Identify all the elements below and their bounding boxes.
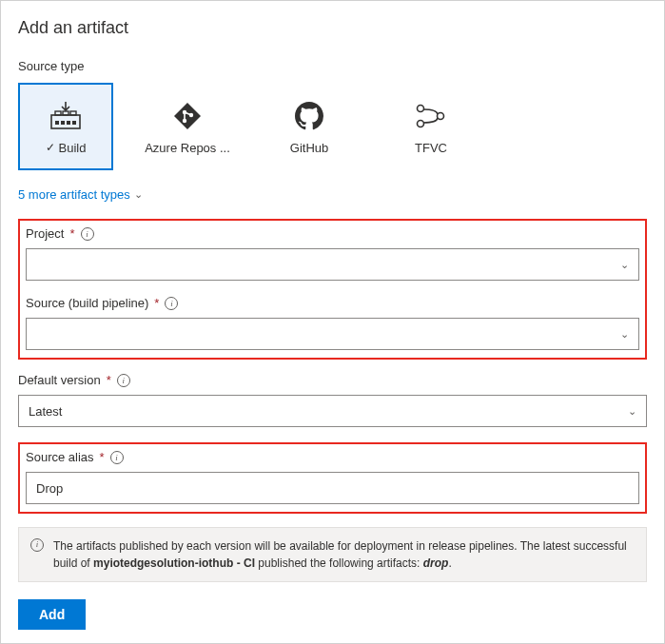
- project-dropdown[interactable]: ⌄: [26, 248, 639, 281]
- source-type-tfvc[interactable]: TFVC: [383, 83, 479, 170]
- source-type-build[interactable]: ✓ Build: [18, 83, 113, 170]
- more-artifact-types-link[interactable]: 5 more artifact types ⌄: [18, 187, 143, 202]
- source-pipeline-dropdown[interactable]: ⌄: [26, 318, 639, 350]
- source-type-azure-repos-label: Azure Repos ...: [145, 141, 230, 155]
- default-version-label: Default version: [18, 373, 101, 387]
- info-banner: i The artifacts published by each versio…: [18, 527, 647, 582]
- svg-rect-1: [55, 111, 61, 115]
- source-alias-field: Source alias * i Drop: [26, 450, 639, 504]
- info-icon: i: [30, 538, 44, 552]
- required-indicator: *: [154, 296, 159, 310]
- highlight-source-alias: Source alias * i Drop: [18, 442, 647, 514]
- info-icon[interactable]: i: [81, 227, 94, 241]
- source-type-tfvc-label: TFVC: [415, 141, 447, 155]
- source-type-github[interactable]: GitHub: [262, 83, 357, 170]
- tfvc-icon: [416, 99, 446, 133]
- source-alias-input[interactable]: Drop: [26, 472, 639, 504]
- info-icon[interactable]: i: [117, 374, 130, 387]
- add-button[interactable]: Add: [18, 599, 86, 630]
- source-pipeline-label: Source (build pipeline): [26, 296, 148, 310]
- required-indicator: *: [69, 226, 74, 241]
- svg-rect-6: [67, 121, 70, 125]
- project-label: Project: [26, 226, 64, 241]
- svg-point-14: [418, 120, 424, 127]
- required-indicator: *: [107, 373, 111, 387]
- chevron-down-icon: ⌄: [628, 405, 636, 418]
- github-icon: [295, 99, 323, 133]
- source-type-build-label: ✓ Build: [46, 141, 87, 155]
- git-icon: [173, 99, 202, 133]
- svg-rect-5: [61, 121, 65, 125]
- source-pipeline-field: Source (build pipeline) * i ⌄: [26, 296, 639, 350]
- chevron-down-icon: ⌄: [134, 188, 143, 201]
- default-version-field: Default version * i Latest ⌄: [18, 373, 647, 427]
- source-type-row: ✓ Build Azure Repos ... GitHub: [18, 83, 647, 170]
- source-type-label: Source type: [18, 59, 647, 73]
- svg-rect-4: [55, 121, 59, 125]
- default-version-dropdown[interactable]: Latest ⌄: [18, 395, 647, 427]
- svg-rect-2: [63, 111, 68, 115]
- highlight-project-source: Project * i ⌄ Source (build pipeline) * …: [18, 219, 647, 360]
- project-field: Project * i ⌄: [26, 226, 639, 281]
- info-icon[interactable]: i: [165, 297, 178, 310]
- check-icon: ✓: [46, 141, 55, 154]
- info-icon[interactable]: i: [110, 451, 124, 464]
- page-title: Add an artifact: [18, 18, 647, 38]
- svg-rect-3: [70, 111, 76, 115]
- build-icon: [49, 99, 82, 133]
- svg-rect-7: [72, 121, 76, 125]
- source-alias-label: Source alias: [26, 450, 94, 464]
- source-type-github-label: GitHub: [290, 141, 328, 155]
- required-indicator: *: [100, 450, 105, 464]
- chevron-down-icon: ⌄: [620, 328, 629, 341]
- info-banner-text: The artifacts published by each version …: [53, 537, 635, 572]
- svg-point-13: [418, 105, 424, 111]
- source-type-azure-repos[interactable]: Azure Repos ...: [140, 83, 235, 170]
- chevron-down-icon: ⌄: [620, 259, 629, 271]
